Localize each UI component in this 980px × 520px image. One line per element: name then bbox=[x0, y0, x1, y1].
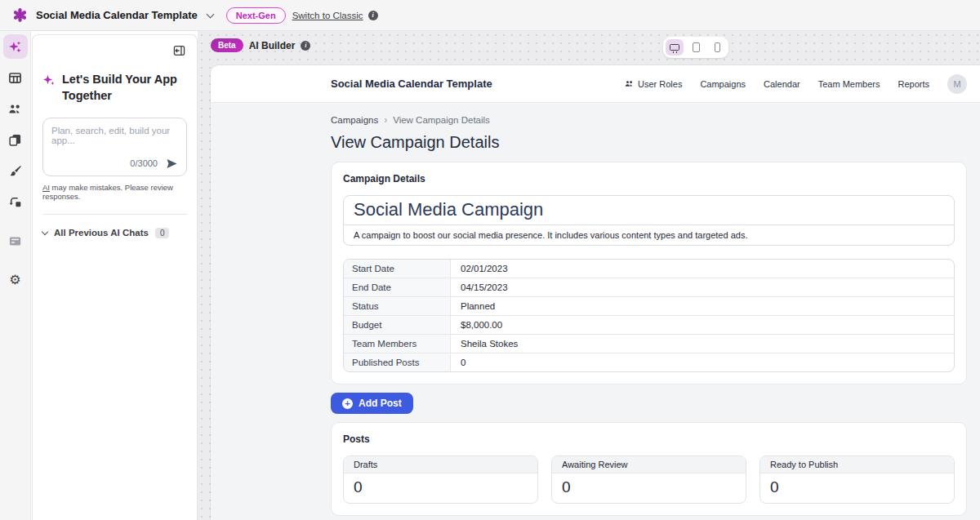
preview-app-title: Social Media Calendar Template bbox=[331, 78, 492, 90]
breadcrumb-separator-icon: › bbox=[384, 114, 387, 126]
rail-tables-button[interactable] bbox=[3, 65, 28, 90]
table-row: Published Posts 0 bbox=[344, 353, 954, 371]
posts-card: Posts Drafts 0 Awaiting Review 0 Ready t… bbox=[331, 422, 967, 516]
users-icon bbox=[625, 79, 634, 88]
breadcrumb: Campaigns › View Campaign Details bbox=[331, 114, 967, 126]
builder-top-bar: Social Media Calendar Template Next-Gen … bbox=[0, 0, 980, 31]
nav-user-roles[interactable]: User Roles bbox=[625, 79, 682, 89]
rail-theme-button[interactable] bbox=[3, 158, 28, 183]
campaign-fields-table: Start Date 02/01/2023 End Date 04/15/202… bbox=[343, 259, 955, 372]
campaign-name: Social Media Campaign bbox=[344, 196, 954, 224]
rail-ai-builder-button[interactable] bbox=[3, 34, 28, 59]
ai-builder-label: AI Builder bbox=[249, 40, 296, 51]
breadcrumb-current: View Campaign Details bbox=[393, 115, 490, 125]
builder-canvas: Beta AI Builder i Social Media Calendar … bbox=[198, 31, 980, 520]
nav-campaigns[interactable]: Campaigns bbox=[700, 79, 746, 89]
nav-calendar[interactable]: Calendar bbox=[764, 79, 800, 89]
tablet-preview-button[interactable] bbox=[687, 39, 705, 56]
info-icon[interactable]: i bbox=[368, 11, 378, 20]
ai-panel-title: Let's Build Your App Together bbox=[62, 71, 187, 104]
table-row: Start Date 02/01/2023 bbox=[344, 260, 954, 278]
rail-settings-button[interactable]: ⚙ bbox=[3, 268, 28, 292]
ai-assistant-panel: Let's Build Your App Together 0/3000 AI … bbox=[32, 34, 198, 520]
switch-to-classic-link[interactable]: Switch to Classic bbox=[292, 11, 363, 20]
app-title[interactable]: Social Media Calendar Template bbox=[36, 9, 198, 21]
info-icon[interactable]: i bbox=[301, 41, 310, 51]
table-row: Status Planned bbox=[344, 296, 954, 315]
next-gen-badge: Next-Gen bbox=[226, 7, 286, 24]
panel-divider bbox=[42, 214, 187, 215]
chats-count-badge: 0 bbox=[155, 228, 170, 238]
ai-sparkle-icon bbox=[42, 73, 56, 90]
campaign-details-label: Campaign Details bbox=[343, 173, 955, 184]
nav-team-members[interactable]: Team Members bbox=[818, 79, 880, 89]
previous-chats-toggle[interactable]: All Previous AI Chats 0 bbox=[42, 228, 187, 238]
add-post-button[interactable]: + Add Post bbox=[331, 393, 413, 414]
ai-prompt-input[interactable] bbox=[51, 126, 178, 153]
chevron-down-icon bbox=[42, 228, 48, 234]
left-icon-rail: ⚙ bbox=[0, 31, 31, 520]
plus-icon: + bbox=[342, 398, 353, 409]
table-row: End Date 04/15/2023 bbox=[344, 278, 954, 296]
ai-disclaimer: AI may make mistakes. Please review resp… bbox=[42, 183, 187, 201]
page-title: View Campaign Details bbox=[331, 133, 967, 152]
device-preview-toggle bbox=[663, 37, 728, 58]
mobile-icon bbox=[715, 42, 720, 52]
beta-badge: Beta bbox=[211, 38, 243, 52]
stat-card-awaiting-review: Awaiting Review 0 bbox=[551, 456, 746, 504]
nav-reports[interactable]: Reports bbox=[898, 79, 929, 89]
gear-icon: ⚙ bbox=[9, 273, 20, 287]
table-row: Budget $8,000.00 bbox=[344, 315, 954, 334]
stat-card-drafts: Drafts 0 bbox=[343, 456, 538, 504]
rail-pages-button[interactable] bbox=[3, 127, 28, 152]
campaign-description: A campaign to boost our social media pre… bbox=[344, 224, 954, 245]
ai-prompt-box: 0/3000 bbox=[42, 118, 187, 176]
preview-app-header: Social Media Calendar Template User Role… bbox=[211, 65, 980, 103]
tablet-icon bbox=[693, 42, 700, 52]
campaign-details-card: Campaign Details Social Media Campaign A… bbox=[331, 162, 967, 384]
posts-label: Posts bbox=[343, 433, 955, 445]
send-icon[interactable] bbox=[166, 158, 178, 169]
avatar[interactable]: M bbox=[947, 74, 967, 94]
mobile-preview-button[interactable] bbox=[708, 39, 726, 56]
rail-workflow-button[interactable] bbox=[3, 189, 28, 214]
char-counter: 0/3000 bbox=[130, 158, 158, 168]
stat-card-ready-to-publish: Ready to Publish 0 bbox=[760, 456, 955, 504]
zoho-creator-logo-icon bbox=[11, 7, 28, 24]
table-row: Team Members Sheila Stokes bbox=[344, 334, 954, 353]
rail-card-button[interactable] bbox=[3, 229, 28, 253]
breadcrumb-campaigns[interactable]: Campaigns bbox=[331, 115, 378, 125]
desktop-icon bbox=[670, 44, 679, 51]
desktop-preview-button[interactable] bbox=[666, 39, 684, 56]
collapse-panel-icon[interactable] bbox=[172, 43, 187, 61]
app-preview-window: Social Media Calendar Template User Role… bbox=[211, 65, 980, 520]
rail-users-button[interactable] bbox=[3, 96, 28, 121]
chevron-down-icon[interactable] bbox=[206, 10, 214, 18]
